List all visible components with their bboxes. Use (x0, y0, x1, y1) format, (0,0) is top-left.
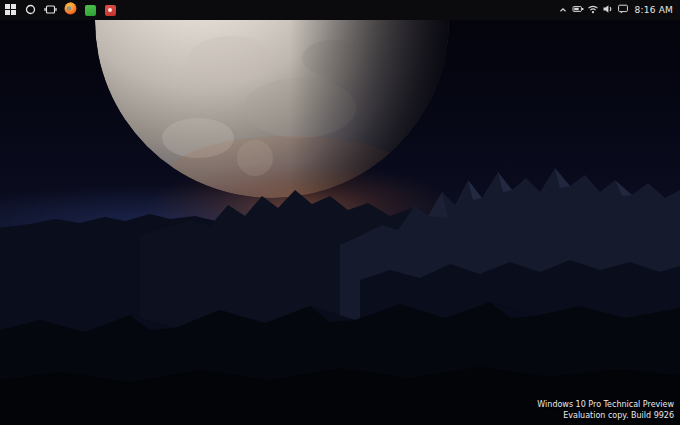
battery-button[interactable] (571, 0, 586, 20)
tray-expand-button[interactable] (556, 0, 571, 20)
taskbar-app-red[interactable] (100, 0, 120, 20)
network-button[interactable] (586, 0, 601, 20)
search-button[interactable] (20, 0, 40, 20)
volume-icon (602, 3, 614, 18)
green-app-icon (85, 5, 96, 16)
taskbar-clock[interactable]: 8:16 AM (631, 0, 680, 20)
system-tray: 8:16 AM (556, 0, 680, 20)
windows-logo-icon (5, 3, 16, 18)
action-center-button[interactable] (616, 0, 631, 20)
taskbar-app-green[interactable] (80, 0, 100, 20)
task-view-button[interactable] (40, 0, 60, 20)
taskbar-app-firefox[interactable] (60, 0, 80, 20)
battery-icon (572, 3, 584, 18)
chevron-up-icon (558, 3, 568, 18)
action-center-icon (617, 3, 629, 18)
volume-button[interactable] (601, 0, 616, 20)
search-icon (25, 3, 36, 18)
firefox-icon (64, 2, 77, 18)
desktop-wallpaper[interactable]: Windows 10 Pro Technical Preview Evaluat… (0, 20, 680, 425)
red-app-icon (105, 5, 116, 16)
taskbar-left-group (0, 0, 120, 20)
taskbar: 8:16 AM (0, 0, 680, 20)
wallpaper-art (0, 20, 680, 425)
desktop-screen: 8:16 AM (0, 0, 680, 425)
network-icon (587, 3, 599, 18)
start-button[interactable] (0, 0, 20, 20)
task-view-icon (44, 3, 57, 18)
